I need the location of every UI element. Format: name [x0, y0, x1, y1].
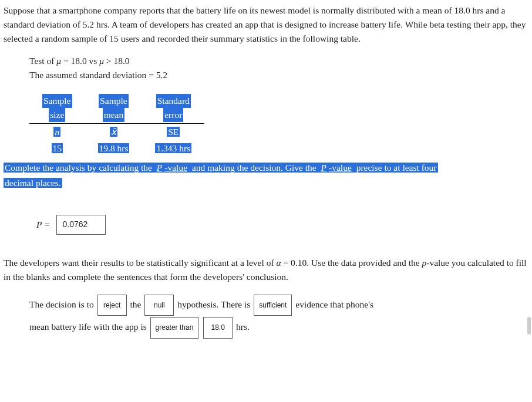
hypothesis-test-block: Test of μ = 18.0 vs μ > 18.0 The assumed… — [29, 54, 528, 82]
val-n: 15 — [52, 143, 63, 153]
gt-part: > 18.0 — [104, 56, 130, 66]
fill-s6: hrs. — [236, 322, 250, 332]
p-value-row: P = 0.0762 — [36, 215, 528, 235]
instr-p4: decimal places. — [4, 178, 62, 188]
instr-p2: and making the decision. Give the — [188, 163, 320, 173]
fill-in-conclusion: The decision is to reject the null hypot… — [29, 293, 528, 339]
blank-value[interactable]: 18.0 — [203, 317, 233, 339]
fill-s5: mean battery life with the app is — [29, 322, 147, 332]
problem-intro: Suppose that a smartphone company report… — [4, 4, 528, 46]
blank-evidence[interactable]: sufficient — [254, 295, 292, 316]
fill-line-1: The decision is to reject the null hypot… — [29, 293, 528, 316]
p-value-input[interactable]: 0.0762 — [56, 215, 106, 235]
test-line-1: Test of μ = 18.0 vs μ > 18.0 — [29, 54, 528, 68]
col-sample-mean-2: mean — [103, 108, 125, 122]
p-equals-label: P = — [36, 218, 50, 232]
val-xbar: 19.8 hrs — [98, 143, 130, 153]
instr-p3: precise to at least four — [353, 163, 438, 173]
blank-decision[interactable]: reject — [97, 295, 127, 316]
test-line-2: The assumed standard deviation = 5.2 — [29, 68, 528, 82]
instr-pvalue-word: -value — [163, 163, 188, 173]
sym-n: n — [53, 127, 60, 137]
col-sample-mean-1: Sample — [99, 94, 129, 108]
mu-symbol-2: μ — [99, 56, 104, 66]
fill-s1: The decision is to — [29, 299, 94, 309]
col-se-1: Standard — [156, 94, 191, 108]
instruction-text: Complete the analysis by calculating the… — [4, 160, 528, 191]
table-header-row: Samplesize Samplemean Standarderror — [29, 93, 204, 124]
col-se-2: error — [163, 108, 183, 122]
instr-pvalue-p: P — [156, 163, 163, 173]
blank-hypothesis-type[interactable]: null — [144, 295, 174, 316]
conclusion-intro: The developers want their results to be … — [4, 256, 528, 284]
scrollbar-thumb[interactable] — [527, 317, 531, 335]
col-sample-size-1: Sample — [42, 94, 72, 108]
val-se: 1.343 hrs — [155, 143, 191, 153]
fill-s4: evidence that phone's — [295, 299, 373, 309]
instr-pvalue-p2: P — [320, 163, 328, 173]
mu-symbol: μ — [56, 56, 61, 66]
table-symbol-row: n x̄ SE — [29, 124, 204, 141]
instr-pvalue-word2: -value — [328, 163, 353, 173]
conc-t2: = 0.10. Use the data provided and the — [281, 258, 422, 268]
summary-table: Samplesize Samplemean Standarderror n x̄… — [29, 93, 528, 157]
blank-comparison[interactable]: greater than — [150, 317, 199, 339]
alpha-symbol: α — [276, 258, 281, 268]
fill-line-2: mean battery life with the app is greate… — [29, 316, 528, 339]
conc-t1: The developers want their results to be … — [4, 258, 276, 268]
test-prefix: Test of — [29, 56, 56, 66]
table-value-row: 15 19.8 hrs 1.343 hrs — [29, 140, 204, 157]
eq-part: = 18.0 vs — [61, 56, 99, 66]
sym-se: SE — [167, 127, 180, 137]
col-sample-size-2: size — [49, 108, 65, 122]
fill-s2: the — [130, 299, 142, 309]
fill-s3: hypothesis. There is — [177, 299, 250, 309]
instr-p1: Complete the analysis by calculating the — [4, 163, 156, 173]
sym-xbar: x̄ — [110, 127, 117, 137]
